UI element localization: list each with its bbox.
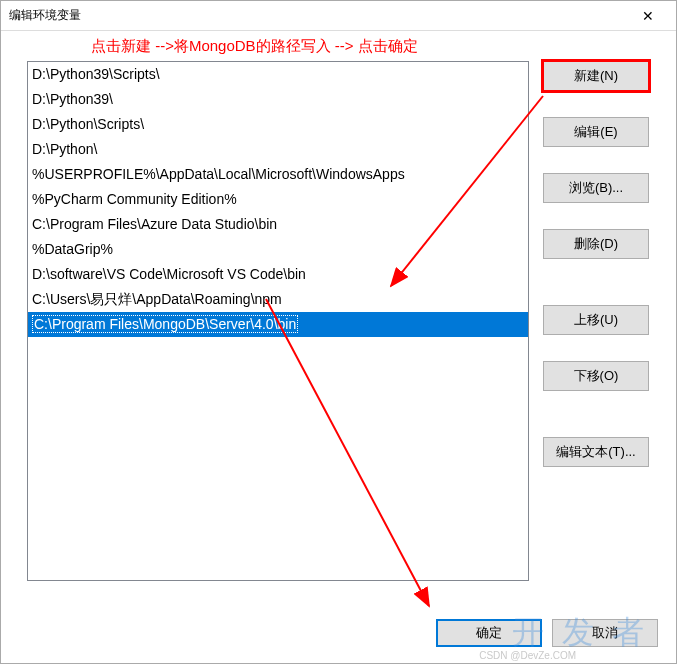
list-item[interactable]: D:\software\VS Code\Microsoft VS Code\bi… <box>28 262 528 287</box>
list-item[interactable]: D:\Python\ <box>28 137 528 162</box>
annotation-text: 点击新建 -->将MongoDB的路径写入 --> 点击确定 <box>91 37 418 56</box>
close-icon: ✕ <box>642 8 654 24</box>
list-item[interactable]: %PyCharm Community Edition% <box>28 187 528 212</box>
moveup-button[interactable]: 上移(U) <box>543 305 649 335</box>
list-item[interactable]: C:\Program Files\Azure Data Studio\bin <box>28 212 528 237</box>
bottom-button-group: 确定 取消 <box>436 619 658 647</box>
dialog-content: D:\Python39\Scripts\D:\Python39\D:\Pytho… <box>1 31 676 599</box>
browse-button[interactable]: 浏览(B)... <box>543 173 649 203</box>
new-button[interactable]: 新建(N) <box>543 61 649 91</box>
list-item[interactable]: C:\Program Files\MongoDB\Server\4.0\bin <box>28 312 528 337</box>
list-item[interactable]: D:\Python\Scripts\ <box>28 112 528 137</box>
list-item[interactable]: D:\Python39\Scripts\ <box>28 62 528 87</box>
movedown-button[interactable]: 下移(O) <box>543 361 649 391</box>
list-item[interactable]: C:\Users\易只烊\AppData\Roaming\npm <box>28 287 528 312</box>
side-button-group: 新建(N) 编辑(E) 浏览(B)... 删除(D) 上移(U) 下移(O) 编… <box>543 61 649 581</box>
edit-button[interactable]: 编辑(E) <box>543 117 649 147</box>
list-item[interactable]: %USERPROFILE%\AppData\Local\Microsoft\Wi… <box>28 162 528 187</box>
cancel-button[interactable]: 取消 <box>552 619 658 647</box>
titlebar: 编辑环境变量 ✕ <box>1 1 676 31</box>
window-title: 编辑环境变量 <box>9 7 81 24</box>
ok-button[interactable]: 确定 <box>436 619 542 647</box>
env-var-dialog: 编辑环境变量 ✕ 点击新建 -->将MongoDB的路径写入 --> 点击确定 … <box>0 0 677 664</box>
list-item[interactable]: %DataGrip% <box>28 237 528 262</box>
watermark-sub: CSDN @DevZe.COM <box>479 650 576 661</box>
edittext-button[interactable]: 编辑文本(T)... <box>543 437 649 467</box>
path-listbox[interactable]: D:\Python39\Scripts\D:\Python39\D:\Pytho… <box>27 61 529 581</box>
close-button[interactable]: ✕ <box>628 2 668 30</box>
delete-button[interactable]: 删除(D) <box>543 229 649 259</box>
list-item[interactable]: D:\Python39\ <box>28 87 528 112</box>
